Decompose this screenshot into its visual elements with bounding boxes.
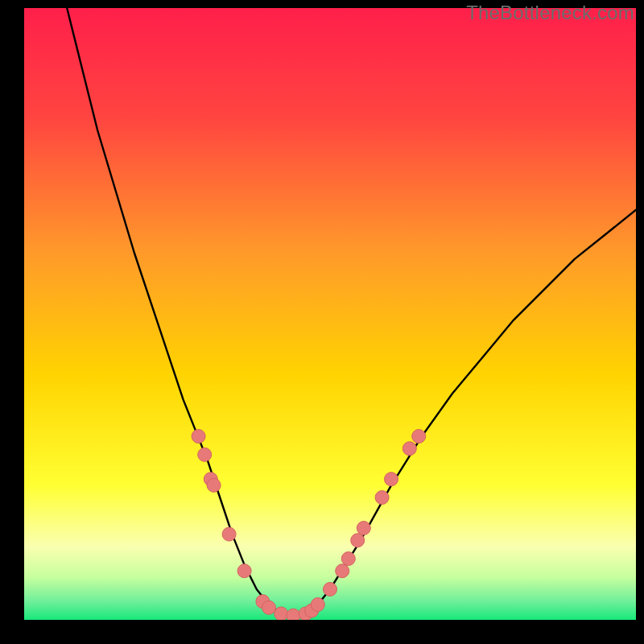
data-dot xyxy=(336,564,349,578)
data-dot xyxy=(375,491,389,505)
data-dot xyxy=(402,442,416,456)
data-dots xyxy=(192,430,426,621)
data-dot xyxy=(262,601,276,614)
data-dot xyxy=(385,473,398,486)
curve-path xyxy=(67,8,636,617)
data-dot xyxy=(341,552,355,566)
data-dot xyxy=(192,430,205,444)
chart-svg xyxy=(24,8,636,620)
data-dot xyxy=(324,583,337,597)
bottleneck-curve xyxy=(67,8,636,617)
data-dot xyxy=(222,527,236,541)
data-dot xyxy=(275,607,288,620)
data-dot xyxy=(287,609,300,620)
watermark-text: TheBottleneck.com xyxy=(466,2,634,24)
data-dot xyxy=(207,478,221,492)
data-dot xyxy=(237,564,251,578)
chart-frame xyxy=(24,8,636,620)
data-dot xyxy=(357,522,370,535)
data-dot xyxy=(198,448,212,461)
data-dot xyxy=(351,534,365,547)
data-dot xyxy=(311,598,324,612)
data-dot xyxy=(412,430,426,444)
